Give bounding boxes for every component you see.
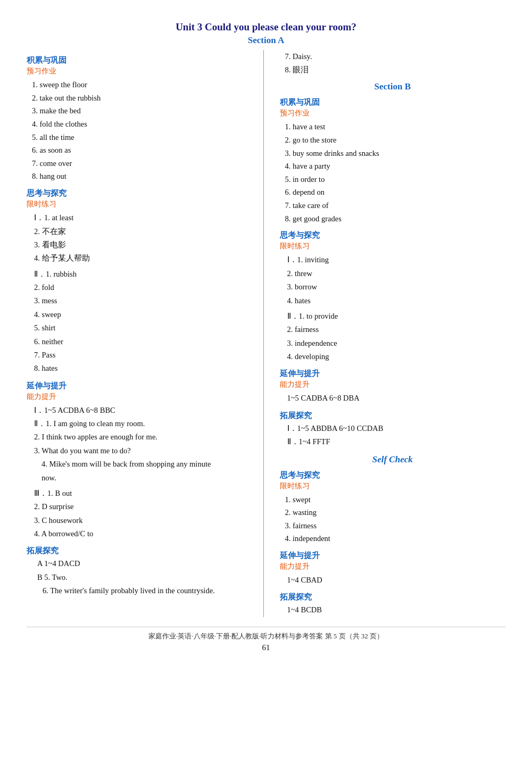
list-item: 6. depend on: [280, 186, 506, 199]
sc-subheading-2: 能力提升: [280, 562, 506, 571]
list-item: 3. borrow: [280, 280, 506, 294]
list-item: 4. developing: [280, 350, 506, 363]
left-heading-3: 延伸与提升: [27, 381, 253, 391]
list-item: 4. hates: [280, 294, 506, 307]
list-item: 3. independence: [280, 337, 506, 350]
footer-text: 家庭作业·英语·八年级·下册·配人教版·听力材料与参考答案 第 5 页（共 32…: [27, 627, 505, 641]
section-b-title: Section B: [280, 81, 506, 92]
main-title: Unit 3 Could you please clean your room?: [27, 21, 505, 33]
left-subheading-2: 限时练习: [27, 200, 253, 209]
left-subheading-1: 预习作业: [27, 67, 253, 76]
list-item: 1. have a test: [280, 120, 506, 134]
list-item: 4. sweep: [27, 308, 253, 321]
sc-subheading: 限时练习: [280, 481, 506, 491]
sc-heading-3: 拓展探究: [280, 592, 506, 602]
left-part1-label: Ⅰ．1. at least: [27, 211, 253, 225]
right-heading-4: 拓展探究: [280, 411, 506, 421]
list-item: 2. 不在家: [27, 225, 253, 238]
sc-part2: 1~4 BCDB: [280, 603, 506, 617]
sc-heading: 思考与探究: [280, 470, 506, 480]
list-item: 4. independent: [280, 532, 506, 545]
right-heading-1: 积累与巩固: [280, 97, 506, 107]
list-item: 8. 眼泪: [280, 63, 506, 77]
right-top-list: 7. Daisy. 8. 眼泪: [280, 50, 506, 76]
right-part2-label: Ⅱ．1. to provide: [280, 310, 506, 323]
left-part3b-label: Ⅲ．1. B out: [27, 487, 253, 500]
right-heading-3: 延伸与提升: [280, 369, 506, 379]
left-part3-label: Ⅰ．1~5 ACDBA 6~8 BBC: [27, 404, 253, 417]
left-heading-4: 拓展探究: [27, 546, 253, 556]
right-part1-label: Ⅰ．1. inviting: [280, 253, 506, 267]
left-heading-1: 积累与巩固: [27, 55, 253, 65]
list-item: 2. fairness: [280, 323, 506, 336]
right-vocab-list: 1. have a test 2. go to the store 3. buy…: [280, 120, 506, 225]
right-part4b-label: Ⅱ．1~4 FFTF: [280, 435, 506, 448]
list-item: 4. A borrowed/C to: [27, 527, 253, 541]
list-item: 4. have a party: [280, 160, 506, 173]
section-a-title: Section A: [27, 35, 505, 46]
list-item: 7. take care of: [280, 199, 506, 212]
sc-part1: 1~4 CBAD: [280, 573, 506, 587]
sc-heading-2: 延伸与提升: [280, 551, 506, 561]
left-part2-label: Ⅱ．1. rubbish: [27, 268, 253, 281]
list-item: 1. swept: [280, 493, 506, 506]
list-item: 2. go to the store: [280, 134, 506, 147]
self-check-title: Self Check: [280, 454, 506, 465]
list-item: 2. I think two apples are enough for me.: [27, 430, 253, 444]
list-item: 3. fairness: [280, 519, 506, 533]
left-part3-sub-label: Ⅱ．1. I am going to clean my room.: [27, 417, 253, 430]
left-partB-item: 6. The writer's family probably lived in…: [27, 584, 253, 597]
list-item: 4. Mike's mom will be back from shopping…: [27, 458, 253, 471]
right-part3-label: 1~5 CADBA 6~8 DBA: [280, 392, 506, 405]
left-subheading-3: 能力提升: [27, 392, 253, 402]
right-subheading-3: 能力提升: [280, 380, 506, 389]
list-item: 2. D surprise: [27, 500, 253, 513]
list-item: 6. as soon as: [27, 144, 253, 157]
list-item: 5. shirt: [27, 321, 253, 335]
list-item: 8. hang out: [27, 170, 253, 183]
left-partA-label: A 1~4 DACD: [27, 557, 253, 570]
list-item: 3. mess: [27, 294, 253, 307]
list-item: 6. neither: [27, 335, 253, 348]
list-item: 3. What do you want me to do?: [27, 444, 253, 458]
list-item: 3. make the bed: [27, 104, 253, 118]
right-subheading-2: 限时练习: [280, 242, 506, 251]
left-vocab-list: 1. sweep the floor 2. take out the rubbi…: [27, 78, 253, 183]
list-item: 5. in order to: [280, 173, 506, 186]
right-subheading-1: 预习作业: [280, 109, 506, 118]
list-item: 3. buy some drinks and snacks: [280, 147, 506, 160]
list-item: 7. Daisy.: [280, 50, 506, 63]
list-item: 3. 看电影: [27, 238, 253, 252]
sc-items-list: 1. swept 2. wasting 3. fairness 4. indep…: [280, 493, 506, 546]
right-heading-2: 思考与探究: [280, 230, 506, 240]
list-item: 8. get good grades: [280, 212, 506, 226]
right-part4-label: Ⅰ．1~5 ABDBA 6~10 CCDAB: [280, 422, 506, 435]
list-item: 1. sweep the floor: [27, 78, 253, 92]
left-heading-2: 思考与探究: [27, 188, 253, 198]
list-item: 2. take out the rubbish: [27, 92, 253, 105]
list-item: 7. Pass: [27, 348, 253, 362]
list-item: 2. wasting: [280, 506, 506, 519]
list-item: 4. fold the clothes: [27, 118, 253, 131]
list-item: 5. all the time: [27, 131, 253, 144]
list-item: 8. hates: [27, 362, 253, 375]
list-item: 7. come over: [27, 157, 253, 170]
list-item: 2. threw: [280, 267, 506, 280]
list-item: 3. C housework: [27, 514, 253, 527]
list-item: 4. 给予某人帮助: [27, 252, 253, 265]
list-item: now.: [27, 471, 253, 485]
left-partB-label: B 5. Two.: [27, 571, 253, 584]
list-item: 2. fold: [27, 281, 253, 294]
page-number: 61: [27, 643, 505, 652]
